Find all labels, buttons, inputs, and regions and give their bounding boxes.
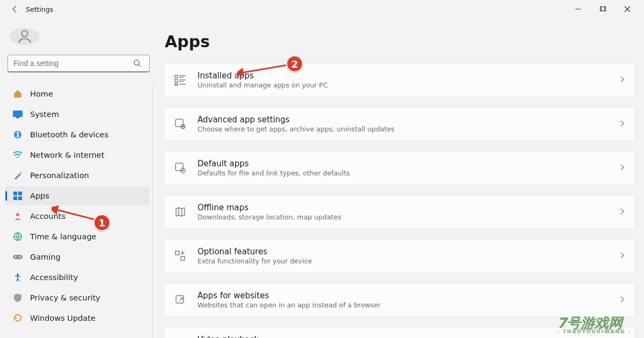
nav-item-personalization[interactable]: Personalization	[5, 166, 149, 185]
card-title: Default apps	[197, 159, 619, 168]
nav-label: Windows Update	[30, 314, 96, 322]
window-title: Settings	[26, 5, 53, 13]
nav-item-time[interactable]: Time & language	[5, 227, 149, 246]
svg-rect-20	[175, 79, 178, 82]
nav-label: Accounts	[30, 212, 65, 221]
nav-item-network[interactable]: Network & internet	[5, 145, 149, 165]
chevron-right-icon	[619, 76, 625, 84]
svg-point-16	[15, 256, 17, 258]
nav-item-accounts[interactable]: Accounts	[5, 207, 149, 226]
nav-item-apps[interactable]: Apps	[5, 186, 149, 205]
watermark-sub: · 7HAOYOUXIWANG ·	[557, 329, 631, 334]
nav-item-home[interactable]: Home	[5, 84, 149, 104]
card-apps-websites[interactable]: Apps for websites Websites that can open…	[164, 283, 635, 317]
shield-icon	[13, 293, 23, 303]
svg-point-18	[17, 274, 19, 276]
nav-label: Bluetooth & devices	[30, 130, 108, 139]
card-subtitle: Extra functionality for your device	[197, 257, 619, 265]
sidebar: Home System Bluetooth & devices Network …	[0, 18, 158, 338]
user-avatar[interactable]	[10, 28, 40, 45]
nav-label: Personalization	[30, 171, 89, 180]
chevron-right-icon	[619, 164, 625, 172]
nav-item-system[interactable]: System	[5, 105, 149, 124]
card-title: Video playback	[197, 335, 619, 338]
card-offline-maps[interactable]: Offline maps Downloads, storage location…	[164, 195, 635, 229]
svg-rect-0	[601, 7, 605, 11]
maximize-button[interactable]	[590, 1, 615, 17]
card-optional-features[interactable]: Optional features Extra functionality fo…	[164, 239, 635, 273]
add-app-icon	[173, 248, 188, 263]
nav-item-bluetooth[interactable]: Bluetooth & devices	[5, 125, 149, 144]
watermark: 7号游戏网 · 7HAOYOUXIWANG ·	[557, 317, 631, 334]
svg-rect-1	[602, 7, 606, 11]
annotation-badge-1: 1	[93, 214, 111, 231]
card-subtitle: Choose where to get apps, archive apps, …	[197, 125, 619, 133]
nav-label: Gaming	[30, 253, 61, 261]
card-title: Optional features	[197, 247, 619, 256]
close-icon	[624, 6, 631, 12]
card-subtitle: Uninstall and manage apps on your PC	[197, 81, 619, 89]
nav-label: Accessibility	[30, 273, 78, 282]
svg-rect-15	[13, 255, 23, 259]
svg-rect-8	[20, 172, 22, 174]
nav-item-gaming[interactable]: Gaming	[5, 247, 149, 267]
svg-rect-11	[13, 196, 17, 200]
page-title: Apps	[165, 32, 635, 51]
minimize-button[interactable]	[566, 1, 590, 17]
list-icon	[173, 72, 188, 87]
svg-point-3	[134, 60, 139, 65]
card-installed-apps[interactable]: Installed apps Uninstall and manage apps…	[164, 63, 635, 97]
chevron-right-icon	[619, 208, 625, 216]
nav-item-accessibility[interactable]: Accessibility	[5, 268, 149, 287]
nav-list: Home System Bluetooth & devices Network …	[5, 84, 153, 338]
nav-label: Network & internet	[30, 151, 104, 159]
main-content: Apps Installed apps Uninstall and manage…	[158, 18, 644, 338]
card-default-apps[interactable]: Default apps Defaults for file and link …	[164, 151, 635, 185]
svg-rect-26	[175, 251, 179, 255]
arrow-left-icon	[11, 5, 19, 13]
svg-rect-5	[16, 117, 19, 118]
svg-point-17	[19, 256, 21, 258]
card-title: Offline maps	[197, 203, 619, 212]
search-input[interactable]	[8, 55, 150, 72]
svg-rect-19	[175, 75, 178, 78]
card-subtitle: Downloads, storage location, map updates	[197, 213, 619, 221]
nav-label: Apps	[30, 192, 49, 200]
nav-label: Home	[30, 90, 53, 98]
nav-label: System	[30, 110, 59, 119]
accessibility-icon	[13, 273, 23, 282]
nav-item-privacy[interactable]: Privacy & security	[5, 288, 149, 307]
chevron-right-icon	[619, 252, 625, 260]
open-icon	[173, 292, 188, 307]
card-title: Installed apps	[197, 71, 619, 80]
card-subtitle: Websites that can open in an app instead…	[197, 301, 619, 309]
svg-rect-9	[13, 192, 17, 195]
nav-label: Privacy & security	[30, 293, 100, 302]
title-bar: Settings	[0, 0, 644, 18]
back-button[interactable]	[4, 5, 26, 13]
paint-icon	[13, 171, 23, 180]
person-icon	[16, 28, 33, 45]
svg-rect-24	[175, 163, 183, 171]
default-icon	[173, 160, 188, 175]
update-icon	[13, 313, 23, 323]
app-gear-icon	[173, 116, 188, 131]
svg-point-13	[16, 213, 19, 216]
card-advanced-settings[interactable]: Advanced app settings Choose where to ge…	[164, 107, 635, 141]
svg-rect-22	[175, 119, 183, 127]
svg-rect-27	[181, 256, 185, 260]
card-title: Advanced app settings	[197, 115, 619, 124]
nav-item-update[interactable]: Windows Update	[5, 308, 149, 328]
close-button[interactable]	[615, 1, 640, 17]
maximize-icon	[599, 6, 606, 12]
chevron-right-icon	[619, 296, 625, 304]
search-icon	[133, 59, 141, 69]
annotation-badge-2: 2	[286, 55, 303, 72]
bluetooth-icon	[13, 130, 23, 139]
svg-rect-21	[175, 84, 178, 85]
nav-label: Time & language	[30, 232, 97, 241]
svg-point-7	[17, 156, 18, 158]
minimize-icon	[575, 6, 581, 12]
apps-icon	[13, 191, 23, 201]
card-title: Apps for websites	[197, 291, 619, 300]
